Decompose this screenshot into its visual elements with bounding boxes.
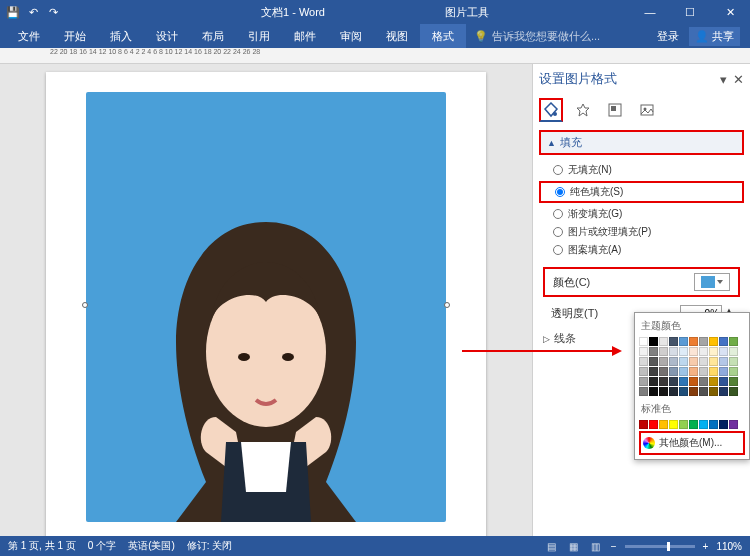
color-swatch[interactable] — [659, 347, 668, 356]
window-minimize[interactable]: — — [630, 0, 670, 24]
picture-category-icon[interactable] — [635, 98, 659, 122]
color-swatch[interactable] — [659, 387, 668, 396]
color-swatch[interactable] — [679, 420, 688, 429]
color-swatch[interactable] — [719, 337, 728, 346]
autosave-icon[interactable]: 💾 — [6, 5, 20, 19]
color-swatch[interactable] — [659, 367, 668, 376]
color-swatch[interactable] — [699, 387, 708, 396]
tell-me-search[interactable]: 💡 告诉我您想要做什么... — [466, 24, 600, 48]
fill-pattern-option[interactable]: 图案填充(A) — [539, 241, 744, 259]
tab-view[interactable]: 视图 — [374, 24, 420, 48]
fill-gradient-option[interactable]: 渐变填充(G) — [539, 205, 744, 223]
tab-review[interactable]: 审阅 — [328, 24, 374, 48]
color-swatch[interactable] — [689, 337, 698, 346]
tab-format[interactable]: 格式 — [420, 24, 466, 48]
color-swatch[interactable] — [689, 347, 698, 356]
color-swatch[interactable] — [689, 357, 698, 366]
color-swatch[interactable] — [679, 347, 688, 356]
color-swatch[interactable] — [699, 377, 708, 386]
color-swatch[interactable] — [669, 367, 678, 376]
color-swatch[interactable] — [639, 420, 648, 429]
color-swatch[interactable] — [709, 387, 718, 396]
color-swatch[interactable] — [699, 367, 708, 376]
color-swatch[interactable] — [659, 337, 668, 346]
pane-menu-icon[interactable]: ▾ — [720, 72, 727, 87]
color-swatch[interactable] — [649, 377, 658, 386]
color-swatch[interactable] — [709, 420, 718, 429]
color-swatch[interactable] — [729, 347, 738, 356]
color-swatch[interactable] — [649, 337, 658, 346]
undo-icon[interactable]: ↶ — [26, 5, 40, 19]
color-swatch[interactable] — [669, 337, 678, 346]
color-swatch[interactable] — [669, 347, 678, 356]
color-swatch[interactable] — [689, 387, 698, 396]
color-swatch[interactable] — [729, 377, 738, 386]
color-swatch[interactable] — [659, 357, 668, 366]
color-swatch[interactable] — [709, 337, 718, 346]
zoom-level[interactable]: 110% — [716, 541, 742, 552]
zoom-slider[interactable] — [625, 545, 695, 548]
tab-layout[interactable]: 布局 — [190, 24, 236, 48]
status-page[interactable]: 第 1 页, 共 1 页 — [8, 539, 76, 553]
color-swatch[interactable] — [659, 420, 668, 429]
tab-insert[interactable]: 插入 — [98, 24, 144, 48]
color-swatch[interactable] — [679, 367, 688, 376]
redo-icon[interactable]: ↷ — [46, 5, 60, 19]
selection-handle-left[interactable] — [82, 302, 88, 308]
color-swatch[interactable] — [639, 357, 648, 366]
sign-in-link[interactable]: 登录 — [657, 29, 679, 44]
color-swatch[interactable] — [719, 357, 728, 366]
color-swatch[interactable] — [709, 347, 718, 356]
selection-handle-right[interactable] — [444, 302, 450, 308]
fill-color-button[interactable] — [694, 273, 730, 291]
color-swatch[interactable] — [719, 377, 728, 386]
color-swatch[interactable] — [709, 367, 718, 376]
fill-none-option[interactable]: 无填充(N) — [539, 161, 744, 179]
color-swatch[interactable] — [669, 387, 678, 396]
fill-solid-option[interactable]: 纯色填充(S) — [541, 183, 742, 201]
read-mode-icon[interactable]: ▤ — [545, 539, 559, 553]
document-area[interactable] — [0, 64, 532, 536]
color-swatch[interactable] — [679, 377, 688, 386]
color-swatch[interactable] — [689, 377, 698, 386]
color-swatch[interactable] — [689, 367, 698, 376]
print-layout-icon[interactable]: ▦ — [567, 539, 581, 553]
color-swatch[interactable] — [709, 377, 718, 386]
color-swatch[interactable] — [719, 367, 728, 376]
status-track-changes[interactable]: 修订: 关闭 — [187, 539, 233, 553]
color-swatch[interactable] — [729, 337, 738, 346]
color-swatch[interactable] — [709, 357, 718, 366]
fill-line-category-icon[interactable] — [539, 98, 563, 122]
color-swatch[interactable] — [729, 367, 738, 376]
color-swatch[interactable] — [639, 387, 648, 396]
color-swatch[interactable] — [639, 377, 648, 386]
more-colors-item[interactable]: 其他颜色(M)... — [639, 431, 745, 455]
color-swatch[interactable] — [659, 377, 668, 386]
color-swatch[interactable] — [639, 337, 648, 346]
color-swatch[interactable] — [699, 357, 708, 366]
share-button[interactable]: 👤 共享 — [689, 27, 740, 46]
color-swatch[interactable] — [669, 377, 678, 386]
color-swatch[interactable] — [649, 420, 658, 429]
color-swatch[interactable] — [639, 367, 648, 376]
color-swatch[interactable] — [649, 347, 658, 356]
color-swatch[interactable] — [729, 357, 738, 366]
selected-picture[interactable] — [86, 92, 446, 522]
color-swatch[interactable] — [639, 347, 648, 356]
color-swatch[interactable] — [729, 420, 738, 429]
window-maximize[interactable]: ☐ — [670, 0, 710, 24]
pane-close-icon[interactable]: ✕ — [733, 72, 744, 87]
color-swatch[interactable] — [699, 337, 708, 346]
color-swatch[interactable] — [649, 387, 658, 396]
color-swatch[interactable] — [719, 387, 728, 396]
color-swatch[interactable] — [649, 367, 658, 376]
tab-references[interactable]: 引用 — [236, 24, 282, 48]
color-swatch[interactable] — [669, 420, 678, 429]
color-swatch[interactable] — [679, 357, 688, 366]
status-words[interactable]: 0 个字 — [88, 539, 116, 553]
web-layout-icon[interactable]: ▥ — [589, 539, 603, 553]
zoom-out-button[interactable]: − — [611, 541, 617, 552]
color-swatch[interactable] — [669, 357, 678, 366]
layout-category-icon[interactable] — [603, 98, 627, 122]
status-language[interactable]: 英语(美国) — [128, 539, 175, 553]
